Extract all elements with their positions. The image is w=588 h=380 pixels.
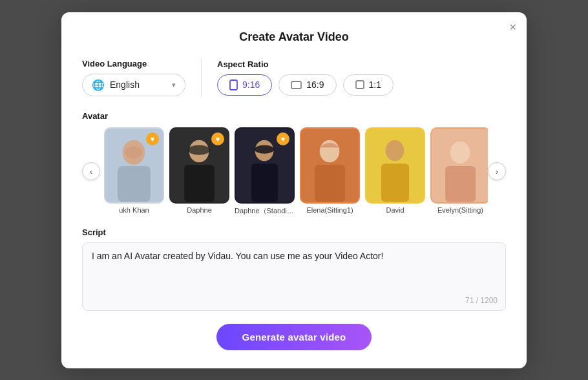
carousel-prev-button[interactable]: ‹ [82, 162, 100, 180]
script-textarea-wrap: 71 / 1200 [82, 242, 506, 311]
language-value: English [110, 79, 140, 90]
generate-avatar-video-button[interactable]: Generate avatar video [216, 324, 372, 350]
avatar-name: ukh Khan [119, 206, 149, 214]
create-avatar-modal: × Create Avatar Video Video Language 🌐 E… [61, 12, 527, 368]
aspect-label-1-1: 1:1 [369, 79, 381, 90]
avatar-item[interactable]: David [365, 127, 425, 216]
avatar-section: Avatar ‹ [82, 111, 506, 216]
avatar-item[interactable]: ♥ ukh Khan [104, 127, 164, 216]
avatar-image-wrap: ♥ [169, 127, 229, 204]
avatar-item[interactable]: ♥ Daphne [169, 127, 229, 216]
avatar-badge-gold: ♥ [277, 132, 289, 145]
video-language-group: Video Language 🌐 English ▾ [82, 59, 185, 96]
svg-point-19 [386, 140, 404, 161]
avatar-carousel: ‹ [82, 127, 506, 216]
avatar-silhouette [432, 129, 488, 202]
aspect-btn-1-1[interactable]: 1:1 [343, 74, 394, 96]
modal-overlay: × Create Avatar Video Video Language 🌐 E… [0, 0, 588, 380]
avatar-name: Daphne [187, 206, 212, 214]
aspect-label-16-9: 16:9 [306, 79, 324, 90]
video-language-label: Video Language [82, 59, 185, 69]
aspect-options: 9:16 16:9 1:1 [217, 74, 394, 96]
avatar-silhouette [301, 129, 359, 202]
svg-point-14 [255, 145, 275, 153]
aspect-ratio-label: Aspect Ratio [217, 59, 394, 69]
svg-rect-23 [445, 165, 476, 202]
avatar-item[interactable]: ♥ Daphne（Standing） [235, 127, 295, 216]
aspect-btn-16-9[interactable]: 16:9 [278, 74, 336, 96]
section-divider [201, 58, 202, 97]
avatar-section-label: Avatar [82, 111, 506, 121]
avatar-image-wrap [365, 127, 425, 204]
char-count: 71 / 1200 [465, 296, 498, 305]
avatar-silhouette [366, 129, 424, 202]
svg-point-10 [188, 145, 210, 154]
svg-point-22 [450, 141, 470, 163]
aspect-btn-9-16[interactable]: 9:16 [217, 74, 272, 96]
chevron-down-icon: ▾ [172, 81, 176, 89]
svg-point-6 [125, 146, 143, 158]
square-icon [355, 80, 364, 89]
svg-rect-13 [251, 164, 278, 202]
globe-icon: 🌐 [92, 79, 105, 91]
avatar-image-wrap: ♥ [235, 127, 295, 204]
svg-rect-9 [184, 165, 215, 202]
avatar-list: ♥ ukh Khan [100, 127, 488, 216]
avatar-name: David [386, 206, 404, 214]
avatar-item[interactable]: Evelyn(Sitting) [430, 127, 488, 216]
svg-rect-20 [381, 164, 409, 202]
script-section: Script 71 / 1200 [82, 227, 506, 311]
svg-rect-0 [230, 80, 237, 90]
top-row: Video Language 🌐 English ▾ Aspect Ratio [82, 58, 506, 97]
avatar-image-wrap [430, 127, 488, 204]
script-textarea[interactable] [83, 243, 505, 308]
avatar-badge-gold: ♥ [211, 132, 224, 145]
aspect-label-9-16: 9:16 [242, 79, 260, 90]
script-label: Script [82, 227, 506, 237]
carousel-next-button[interactable]: › [488, 162, 506, 180]
svg-rect-5 [118, 165, 151, 202]
modal-title: Create Avatar Video [82, 30, 506, 44]
avatar-image-wrap [300, 127, 360, 204]
avatar-badge-gold: ♥ [146, 132, 159, 145]
avatar-name: Elena(Sitting1) [306, 206, 353, 214]
avatar-name: Evelyn(Sitting) [437, 206, 483, 214]
close-button[interactable]: × [509, 21, 516, 33]
portrait-icon [229, 79, 238, 90]
avatar-image-wrap: ♥ [104, 127, 164, 204]
avatar-item[interactable]: Elena(Sitting1) [300, 127, 360, 216]
avatar-name: Daphne（Standing） [235, 206, 295, 216]
language-select[interactable]: 🌐 English ▾ [82, 74, 185, 96]
landscape-icon [291, 81, 302, 89]
generate-btn-wrap: Generate avatar video [82, 324, 506, 350]
svg-rect-2 [356, 81, 364, 89]
aspect-ratio-group: Aspect Ratio 9:16 16:9 [217, 59, 394, 96]
svg-rect-1 [291, 81, 301, 89]
svg-rect-17 [315, 165, 345, 202]
